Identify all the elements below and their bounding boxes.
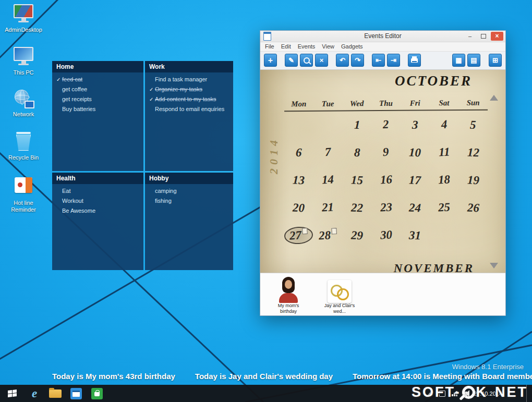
calendar-day[interactable]: 5 [458,118,488,131]
redo-button[interactable]: ↷ [351,54,364,67]
start-button[interactable] [0,385,24,402]
calendar-day[interactable]: 31 [401,228,430,242]
calendar-day[interactable]: 20 [284,201,313,214]
desktop-icon-network[interactable]: Network [3,89,44,118]
taskbar-internet-explorer[interactable]: e [24,385,45,402]
todo-text: Respond to email enquiries [155,104,224,114]
taskbar-store[interactable] [87,385,107,402]
calendar-day[interactable]: 24 [401,201,430,214]
menu-item[interactable]: View [322,43,334,50]
calendar-day[interactable]: 21 [313,201,343,214]
reminder-ticker: Today is My mom's 43rd birthdayToday is … [52,372,532,381]
todo-item[interactable]: ✓ get receipts [56,94,141,104]
calendar-day[interactable]: 1 [342,118,371,131]
event-wedding[interactable]: Jay and Clair's wed... [321,276,358,314]
todo-text: get coffee [62,84,87,94]
todo-text: camping [155,186,177,196]
calendar-day[interactable]: 26 [458,201,488,214]
add-event-button[interactable]: + [264,54,277,67]
desktop-icon-this-pc[interactable]: This PC [3,47,44,76]
menu-item[interactable]: Edit [281,43,291,50]
calendar-day[interactable]: 17 [401,173,430,187]
todo-item[interactable]: ✓ Organize my tasks [149,84,231,94]
delete-event-button[interactable]: × [315,54,328,67]
calendar-day[interactable]: 12 [458,145,488,159]
quadrant-work[interactable]: Work ✓ Find a task manager ✓ Organize my… [145,61,233,171]
taskbar-reminder-app[interactable] [66,385,87,402]
taskbar-file-explorer[interactable] [45,385,66,402]
search-button[interactable] [300,54,313,67]
menu-item[interactable]: Gadgets [341,43,363,50]
todo-item[interactable]: ✓ Workout [56,196,141,206]
close-button[interactable]: × [491,32,503,41]
calendar-day[interactable]: 3 [401,118,430,131]
quadrant-home[interactable]: Home ✓ feed cat ✓ get coffee ✓ g [52,61,143,171]
calendar-day[interactable]: 19 [458,173,488,187]
day-number: 27 [284,226,313,245]
todo-item[interactable]: ✓ get coffee [56,84,141,94]
calendar-day[interactable]: 29 [342,228,371,242]
calendar-day[interactable]: 10 [401,145,430,159]
calendar-day[interactable] [313,120,343,129]
todo-text: Workout [62,196,83,205]
store-icon [91,388,103,399]
desktop-icon-hotline-reminder[interactable]: Hot line Reminder [3,175,44,213]
calendar-day[interactable]: 28 [313,228,343,242]
calendar-day[interactable] [430,230,459,240]
calendar-day[interactable]: 15 [342,173,371,187]
calendar-week: 6789101112 [284,139,488,166]
day-number: 11 [438,145,450,160]
todo-item[interactable]: ✓ Buy batteries [56,104,141,114]
todo-item[interactable]: ✓ Respond to email enquiries [149,104,231,114]
day-number: 2 [383,118,390,132]
calendar-day[interactable]: 23 [371,201,401,214]
quadrant-hobby[interactable]: Hobby ✓ camping ✓ fishing [145,173,233,270]
calendar-day[interactable]: 13 [284,173,313,187]
calendar-day[interactable]: 18 [430,173,459,187]
calendar-day[interactable] [458,230,488,240]
menu-item[interactable]: Events [298,43,316,50]
event-mom-birthday[interactable]: My mom's birthday [270,276,307,314]
desktop-icon-recycle-bin[interactable]: Recycle Bin [3,130,44,161]
minimize-button[interactable]: – [464,32,476,41]
todo-item[interactable]: ✓ feed cat [56,75,141,84]
calendar-day[interactable] [284,120,313,129]
prev-month-arrow[interactable] [490,95,498,101]
quadrant-health[interactable]: Health ✓ Eat ✓ Workout ✓ Be Awes [52,173,143,270]
calendar-day[interactable]: 14 [313,173,343,187]
edit-event-button[interactable]: ✎ [285,54,298,67]
todo-item[interactable]: ✓ fishing [149,196,231,206]
maximize-button[interactable] [477,32,490,41]
month-view-button[interactable]: ▦ [452,54,465,67]
calendar-day[interactable]: 6 [284,145,313,159]
calendar-day[interactable]: 25 [430,201,459,214]
print-button[interactable] [408,54,421,67]
toolbar: + ✎ × ↶ ↷ ⇤ ⇥ ▦ ▤ ⊞ [260,52,505,70]
calendar-day[interactable]: 27 [284,227,313,244]
desktop-icon-label: This PC [3,69,44,76]
calendar-day[interactable]: 8 [342,145,371,159]
jump-forward-button[interactable]: ⇥ [387,54,400,67]
title-bar[interactable]: Events Editor – × [260,31,505,42]
todo-item[interactable]: ✓ camping [149,186,231,196]
jump-back-button[interactable]: ⇤ [372,54,385,67]
todo-item[interactable]: ✓ Be Awesome [56,206,141,216]
calendar-day[interactable]: 16 [371,173,401,187]
calendar-day[interactable]: 4 [430,118,459,131]
undo-button[interactable]: ↶ [336,54,349,67]
calendar-day[interactable]: 7 [313,145,343,159]
gadgets-view-button[interactable]: ⊞ [489,54,502,67]
calendar-day[interactable]: 22 [342,201,371,214]
table-view-button[interactable]: ▤ [467,54,480,67]
todo-item[interactable]: ✓ Add content to my tasks [149,94,231,104]
calendar-day[interactable]: 9 [371,145,401,159]
day-header: Sun [458,99,488,107]
calendar-day[interactable]: 11 [430,145,459,159]
calendar-day[interactable]: 30 [371,228,401,242]
calendar-day[interactable]: 2 [371,118,401,131]
menu-item[interactable]: File [265,43,274,50]
todo-item[interactable]: ✓ Eat [56,186,141,196]
next-month-arrow[interactable] [490,263,498,269]
todo-item[interactable]: ✓ Find a task manager [149,75,231,84]
desktop-icon-admindesktop[interactable]: AdminDesktop [3,4,44,33]
